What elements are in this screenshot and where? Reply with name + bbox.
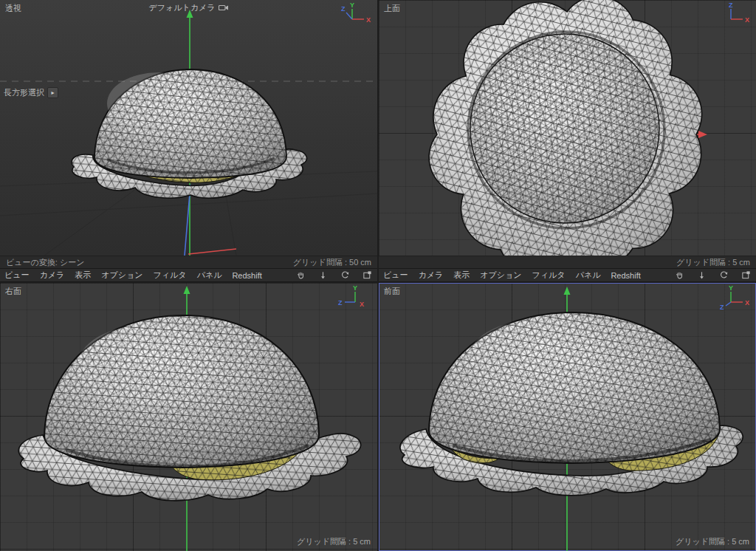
viewport-label: 前面 [384,286,400,297]
statusbar-top: グリッド間隔 : 5 cm [379,256,756,268]
view-transform-status: ビューの変換: シーン [6,257,84,268]
axis-x-label: X [745,16,749,24]
rotate-icon[interactable] [339,270,351,281]
mesh-object[interactable] [72,69,306,198]
grid-spacing-status: グリッド間隔 : 5 cm [676,257,750,268]
camera-menu[interactable]: デフォルトカメラ [148,2,228,13]
viewport-top[interactable]: 上面 Z X [379,0,756,256]
mesh-object[interactable] [400,312,743,496]
menu-display[interactable]: 表示 [75,270,91,281]
axis-z-label: Z [338,299,343,307]
mesh-object[interactable] [429,0,701,256]
menu-redshift[interactable]: Redshift [611,271,640,280]
viewport-label: 上面 [384,3,400,14]
rotate-icon[interactable] [718,270,729,281]
dolly-icon[interactable] [695,270,707,281]
camera-icon [219,4,229,12]
pan-icon[interactable] [295,270,306,281]
toggle-view-icon[interactable] [740,270,752,281]
grid-spacing-status: グリッド間隔 : 5 cm [297,536,371,547]
pan-icon[interactable] [673,270,685,281]
tool-hint-label: 長方形選択 [4,87,44,98]
menu-panel[interactable]: パネル [576,270,601,281]
axis-y-label: Y [729,284,733,292]
front-scene [379,283,756,551]
grid-spacing-status: グリッド間隔 : 5 cm [676,536,749,547]
camera-label: デフォルトカメラ [148,2,215,13]
dolly-icon[interactable] [317,270,329,281]
menu-options[interactable]: オプション [480,270,521,281]
viewport-perspective[interactable]: 透視 デフォルトカメラ 長方形選択 Y X Z [0,0,377,256]
axis-gizmo-front[interactable]: Y X Z [719,284,753,314]
viewport-label: 透視 [5,3,21,14]
axis-x-label: X [360,301,364,308]
top-scene [379,0,756,256]
statusbar-perspective: ビューの変換: シーン グリッド間隔 : 50 cm [0,256,377,268]
mesh-object[interactable] [18,315,360,501]
right-scene [0,283,377,551]
axis-gizmo-right[interactable]: Y Z X [337,284,374,314]
menu-display[interactable]: 表示 [453,270,470,281]
popup-arrow-icon[interactable] [47,87,58,98]
axis-gizmo-perspective[interactable]: Y X Z [340,1,374,31]
menu-redshift[interactable]: Redshift [232,271,261,280]
menu-filter[interactable]: フィルタ [154,270,187,281]
viewport-menubar-left: ビュー カメラ 表示 オプション フィルタ パネル Redshift [0,268,377,282]
axis-gizmo-top[interactable]: Z X [719,1,753,31]
viewport-label: 右面 [5,286,21,297]
tool-hint: 長方形選択 [4,87,58,98]
axis-z-label: Z [720,304,724,311]
axis-z-label: Z [341,5,346,13]
menu-camera[interactable]: カメラ [40,270,65,281]
menu-view[interactable]: ビュー [4,270,30,281]
viewport-front[interactable]: 前面 Y X Z グリッド間隔 : 5 cm [379,283,756,551]
axis-x-label: X [745,299,749,307]
menu-filter[interactable]: フィルタ [532,270,566,281]
grid-spacing-status: グリッド間隔 : 50 cm [293,257,371,268]
axis-x-label: X [366,16,371,24]
axis-y-label: Y [350,1,354,9]
viewport-right[interactable]: 右面 Y Z X グリッド間隔 : 5 cm [0,283,377,551]
application-window: 透視 デフォルトカメラ 長方形選択 Y X Z ビューの変換: シーン [0,0,756,551]
axis-y-label: Y [353,284,357,292]
menu-options[interactable]: オプション [101,270,142,281]
menu-view[interactable]: ビュー [383,270,408,281]
menu-panel[interactable]: パネル [197,270,222,281]
viewport-menubar-right: ビュー カメラ 表示 オプション フィルタ パネル Redshift [379,268,756,282]
perspective-scene [0,0,377,256]
toggle-view-icon[interactable] [361,270,373,281]
menu-camera[interactable]: カメラ [419,270,444,281]
axis-z-label: Z [729,1,733,9]
